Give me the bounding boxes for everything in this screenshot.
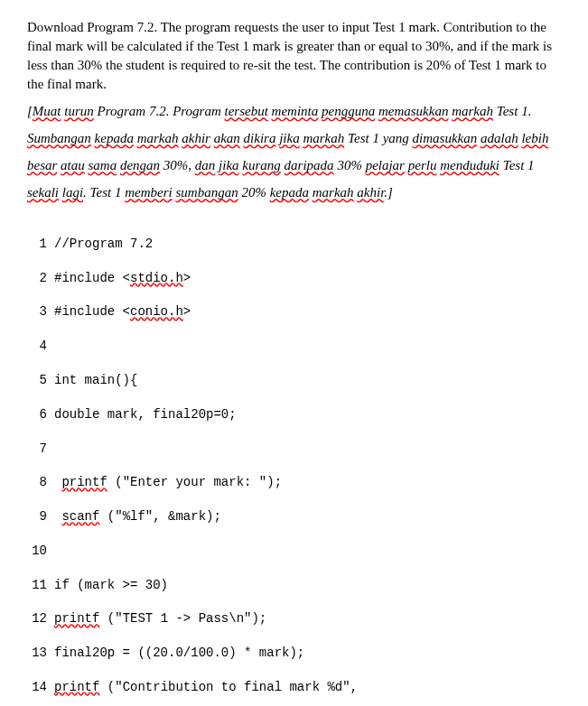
code-line: 12printf ("TEST 1 -> Pass\n"); <box>27 610 561 627</box>
word: akhir <box>182 131 210 145</box>
line-number: 12 <box>27 610 47 627</box>
word: markah <box>137 131 179 145</box>
code: printf ("TEST 1 -> Pass\n"); <box>54 610 266 627</box>
line-number: 9 <box>27 508 47 525</box>
word: lebih <box>521 131 548 145</box>
word: akhir <box>357 185 384 200</box>
code: double mark, final20p=0; <box>54 406 237 423</box>
code: //Program 7.2 <box>54 236 153 253</box>
word: turun <box>64 104 94 118</box>
code-line: 9 scanf ("%lf", &mark); <box>27 508 561 525</box>
code: scanf ("%lf", &mark); <box>54 508 221 525</box>
line-number: 10 <box>27 543 47 560</box>
word: Sumbangan <box>27 131 91 145</box>
word: dan <box>195 158 216 172</box>
word: meminta <box>272 104 319 118</box>
text: Program 7.2. Program <box>94 104 225 118</box>
intro-paragraph: Download Program 7.2. The program reques… <box>27 18 561 94</box>
word: dengan <box>120 158 160 172</box>
word: sekali <box>27 185 59 200</box>
word: sumbangan <box>175 185 238 200</box>
code: printf ("Contribution to final mark %d", <box>54 679 358 696</box>
code: #include <conio.h> <box>54 303 191 320</box>
code: if (mark >= 30) <box>54 577 168 594</box>
word: atau <box>61 158 85 172</box>
word: memberi <box>125 185 173 200</box>
word: sama <box>89 158 117 172</box>
word: tersebut <box>225 104 268 118</box>
text: Test 1. <box>493 104 531 118</box>
word: pelajar <box>366 158 405 172</box>
text: Test 1 yang <box>344 131 412 145</box>
line-number: 5 <box>27 372 47 389</box>
word: jika <box>279 131 300 145</box>
malay-translation: [Muat turun Program 7.2. Program tersebu… <box>27 98 561 206</box>
line-number: 11 <box>27 577 47 594</box>
code-line: 4 <box>27 338 561 355</box>
word: daripada <box>285 158 334 172</box>
code-line: 7 <box>27 441 561 458</box>
code-line: 3#include <conio.h> <box>27 303 561 320</box>
word: jika <box>219 158 239 172</box>
word: adalah <box>481 131 518 145</box>
code-line: 1//Program 7.2 <box>27 236 561 253</box>
code: final20p = ((20.0/100.0) * mark); <box>54 645 304 662</box>
word: dimasukkan <box>413 131 478 145</box>
code-line: 13final20p = ((20.0/100.0) * mark); <box>27 645 561 662</box>
text: 20% <box>241 185 269 200</box>
line-number: 13 <box>27 645 47 662</box>
code: int main(){ <box>54 372 137 389</box>
code: #include <stdio.h> <box>54 270 191 287</box>
code-line: 6double mark, final20p=0; <box>27 406 561 423</box>
text: . Test 1 <box>83 185 125 200</box>
code: printf ("Enter your mark: "); <box>54 474 282 491</box>
word: memasukkan <box>378 104 448 118</box>
text: 30% <box>334 158 366 172</box>
word: pengguna <box>322 104 375 118</box>
line-number: 4 <box>27 338 47 355</box>
word: kurang <box>242 158 281 172</box>
word: markah <box>452 104 493 118</box>
word: markah <box>303 131 344 145</box>
line-number: 2 <box>27 270 47 287</box>
word: kepada <box>95 131 134 145</box>
word: kepada <box>270 185 309 200</box>
code-line: 8 printf ("Enter your mark: "); <box>27 474 561 491</box>
code-line: 14printf ("Contribution to final mark %d… <box>27 679 561 696</box>
bracket-close: ] <box>387 185 393 200</box>
code-line: 2#include <stdio.h> <box>27 270 561 287</box>
line-number: 1 <box>27 236 47 253</box>
line-number: 3 <box>27 303 47 320</box>
word: Muat <box>33 104 61 118</box>
code-line: 5int main(){ <box>27 372 561 389</box>
word: akan <box>214 131 240 145</box>
word: markah <box>313 185 354 200</box>
code-line: 10 <box>27 543 561 560</box>
code-line: 11if (mark >= 30) <box>27 577 561 594</box>
text: Test 1 <box>499 158 535 172</box>
line-number: 14 <box>27 679 47 696</box>
word: menduduki <box>440 158 499 172</box>
line-number: 7 <box>27 441 47 458</box>
line-number: 6 <box>27 406 47 423</box>
word: perlu <box>408 158 437 172</box>
word: dikira <box>244 131 276 145</box>
text: 30%, <box>160 158 195 172</box>
code-block: 1//Program 7.2 2#include <stdio.h> 3#inc… <box>27 218 561 706</box>
word: besar <box>27 158 57 172</box>
line-number: 8 <box>27 474 47 491</box>
word: lagi <box>62 185 83 200</box>
